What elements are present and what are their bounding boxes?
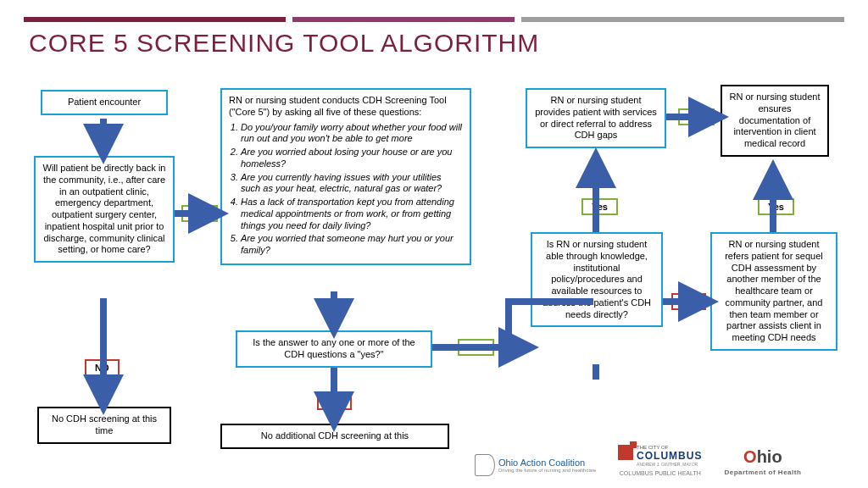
node-no-additional: No additional CDH screening at this (220, 424, 449, 449)
node-provides: RN or nursing student provides patient w… (526, 88, 666, 148)
core5-questions: Do you/your family worry about whether y… (241, 122, 463, 257)
q3: Are you currently having issues with you… (241, 172, 463, 196)
tool-lead: RN or nursing student conducts CDH Scree… (229, 95, 463, 119)
logo-columbus: THE CITY OF COLUMBUS ANDREW J. GINTHER, … (618, 445, 702, 476)
label-yes-provides: Yes (678, 108, 715, 125)
logo-ohio-doh: Ohio Department of Health (724, 447, 801, 476)
label-no-anyyes: NO (317, 393, 352, 410)
node-refers: RN or nursing student refers patient for… (710, 232, 837, 351)
label-no-community: NO (85, 359, 120, 376)
label-no-able: NO (671, 293, 706, 310)
slide: CORE 5 SCREENING TOOL ALGORITHM Patient … (0, 0, 868, 488)
node-any-yes: Is the answer to any one or more of the … (236, 330, 432, 368)
node-community: Will patient be directly back in the com… (34, 156, 175, 263)
label-yes-able: Yes (581, 198, 618, 215)
logo-ohio-action-coalition: Ohio Action Coalition Driving the future… (475, 454, 596, 476)
node-able: Is RN or nursing student able through kn… (531, 232, 663, 327)
label-yes-community: Yes (181, 205, 218, 222)
q2: Are you worried about losing your house … (241, 147, 463, 170)
q5: Are you worried that someone may hurt yo… (241, 233, 463, 257)
label-yes-anyyes: Yes (458, 339, 494, 356)
q1: Do you/your family worry about whether y… (241, 122, 463, 146)
page-title: CORE 5 SCREENING TOOL ALGORITHM (29, 29, 539, 58)
ohio-text: hio (757, 447, 782, 466)
node-no-screening: No CDH screening at this time (37, 407, 171, 444)
node-core5-tool: RN or nursing student conducts CDH Scree… (220, 88, 471, 265)
footer-logos: Ohio Action Coalition Driving the future… (475, 445, 801, 476)
ohio-outline-icon (475, 454, 495, 476)
columbus-icon (618, 445, 633, 460)
q4: Has a lack of transportation kept you fr… (241, 197, 463, 231)
label-yes-refers: Yes (758, 198, 794, 215)
node-documents: RN or nursing student ensures documentat… (721, 85, 829, 157)
accent-bars (24, 17, 844, 22)
node-patient: Patient encounter (41, 90, 168, 115)
